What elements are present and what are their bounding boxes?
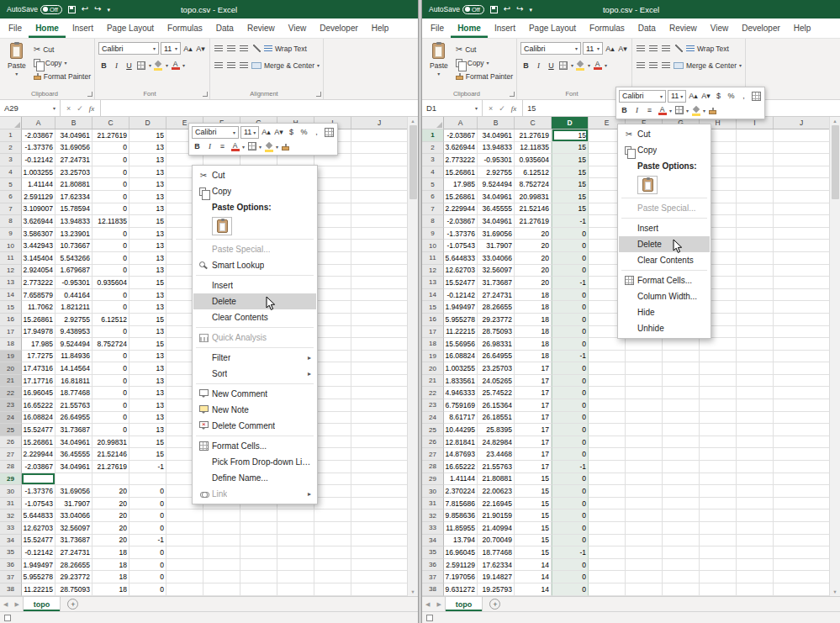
row-header-1[interactable]: 1 bbox=[422, 129, 444, 142]
row-header-17[interactable]: 17 bbox=[0, 326, 22, 339]
mini-accounting-button[interactable]: $ bbox=[713, 90, 724, 103]
align-top-button[interactable] bbox=[214, 42, 225, 55]
cell-B7[interactable]: 36.45555 bbox=[478, 203, 515, 216]
cell-C33[interactable]: 20 bbox=[92, 522, 129, 535]
cell-F33[interactable] bbox=[626, 522, 663, 535]
row-header-37[interactable]: 37 bbox=[0, 571, 22, 583]
cell-J20[interactable] bbox=[351, 362, 407, 375]
row-header-24[interactable]: 24 bbox=[422, 412, 444, 425]
cell-J3[interactable] bbox=[774, 154, 829, 166]
cell-B24[interactable]: 26.64955 bbox=[55, 412, 92, 425]
cell-F29[interactable] bbox=[626, 473, 663, 486]
cell-E34[interactable] bbox=[589, 535, 626, 547]
cell-E18[interactable] bbox=[589, 338, 626, 351]
cell-D33[interactable]: 0 bbox=[129, 522, 166, 535]
cell-J11[interactable] bbox=[351, 252, 407, 265]
cell-A19[interactable]: 16.08824 bbox=[444, 351, 478, 363]
cell-D7[interactable]: 15 bbox=[552, 203, 589, 216]
cell-D28[interactable]: -1 bbox=[129, 461, 166, 473]
cell-A8[interactable]: -2.03867 bbox=[444, 215, 478, 228]
cell-A1[interactable]: -2.03867 bbox=[444, 129, 478, 142]
context-menu-item-column-width[interactable]: Column Width... bbox=[619, 288, 710, 304]
cell-B20[interactable]: 23.25703 bbox=[478, 362, 515, 375]
cell-B25[interactable]: 25.8395 bbox=[478, 424, 515, 436]
cell-A4[interactable]: 1.003255 bbox=[22, 166, 55, 179]
context-menu-item-clear-contents[interactable]: Clear Contents bbox=[193, 309, 316, 325]
cell-C2[interactable]: 12.11835 bbox=[515, 142, 552, 155]
cell-B37[interactable]: 29.23772 bbox=[55, 571, 92, 583]
cell-D36[interactable]: 0 bbox=[129, 559, 166, 572]
cell-H26[interactable] bbox=[700, 436, 737, 449]
cell-C34[interactable]: 20 bbox=[92, 535, 129, 547]
cell-J7[interactable] bbox=[351, 203, 407, 216]
cell-I25[interactable] bbox=[314, 424, 351, 436]
cell-I11[interactable] bbox=[314, 252, 351, 265]
row-header-26[interactable]: 26 bbox=[422, 436, 444, 449]
cell-B27[interactable]: 23.4468 bbox=[478, 448, 515, 461]
orientation-button[interactable] bbox=[251, 42, 262, 55]
row-header-2[interactable]: 2 bbox=[0, 142, 22, 155]
cell-C8[interactable]: 12.11835 bbox=[92, 215, 129, 228]
cell-D1[interactable]: 15 bbox=[552, 129, 589, 142]
cell-D12[interactable]: 13 bbox=[129, 265, 166, 277]
cell-C14[interactable]: 0 bbox=[92, 289, 129, 302]
cell-A10[interactable]: -1.07543 bbox=[444, 240, 478, 252]
cell-A5[interactable]: 17.985 bbox=[444, 178, 478, 191]
row-header-1[interactable]: 1 bbox=[0, 129, 22, 142]
cell-D31[interactable]: 0 bbox=[129, 498, 166, 510]
insert-function-icon[interactable]: fx bbox=[511, 104, 517, 113]
cell-C9[interactable]: 20 bbox=[515, 228, 552, 240]
cell-G22[interactable] bbox=[663, 387, 700, 399]
cell-B3[interactable]: 27.24731 bbox=[55, 154, 92, 166]
cell-D24[interactable]: 13 bbox=[129, 412, 166, 425]
cell-D14[interactable]: 13 bbox=[129, 289, 166, 302]
font-size-select[interactable]: 11▾ bbox=[583, 42, 603, 55]
row-header-6[interactable]: 6 bbox=[0, 191, 22, 203]
cell-J31[interactable] bbox=[351, 498, 407, 510]
column-header-d[interactable]: D bbox=[552, 117, 589, 129]
align-center-button[interactable] bbox=[226, 59, 237, 71]
cell-C23[interactable]: 0 bbox=[92, 399, 129, 412]
cell-D18[interactable]: 0 bbox=[552, 338, 589, 351]
row-header-14[interactable]: 14 bbox=[0, 289, 22, 302]
cell-A34[interactable]: 13.794 bbox=[444, 535, 478, 547]
cell-C17[interactable]: 0 bbox=[92, 326, 129, 339]
select-all-button[interactable] bbox=[0, 117, 22, 129]
vertical-scrollbar[interactable]: ▲ ▼ bbox=[407, 117, 418, 596]
borders-button[interactable] bbox=[558, 59, 569, 71]
cell-G25[interactable] bbox=[663, 424, 700, 436]
cell-B38[interactable]: 19.25793 bbox=[478, 583, 515, 596]
cell-C27[interactable]: 17 bbox=[515, 448, 552, 461]
bold-button[interactable]: B bbox=[98, 59, 109, 71]
cell-J19[interactable] bbox=[351, 351, 407, 363]
cell-J27[interactable] bbox=[774, 448, 829, 461]
cell-A28[interactable]: 16.65222 bbox=[444, 461, 478, 473]
cell-A11[interactable]: 5.644833 bbox=[444, 252, 478, 265]
cell-C12[interactable]: 0 bbox=[92, 265, 129, 277]
cell-J24[interactable] bbox=[351, 412, 407, 425]
cell-J11[interactable] bbox=[774, 252, 829, 265]
cell-A11[interactable]: 3.145404 bbox=[22, 252, 55, 265]
cell-H19[interactable] bbox=[700, 351, 737, 363]
formula-bar[interactable] bbox=[101, 100, 418, 116]
cell-J5[interactable] bbox=[774, 178, 829, 191]
cell-J8[interactable] bbox=[351, 215, 407, 228]
row-header-34[interactable]: 34 bbox=[422, 535, 444, 547]
cell-B1[interactable]: 34.04961 bbox=[478, 129, 515, 142]
cell-A7[interactable]: 2.229944 bbox=[444, 203, 478, 216]
cell-E37[interactable] bbox=[589, 571, 626, 583]
cell-J25[interactable] bbox=[774, 424, 829, 436]
cell-B11[interactable]: 33.04066 bbox=[478, 252, 515, 265]
cell-H29[interactable] bbox=[700, 473, 737, 486]
cell-J1[interactable] bbox=[351, 129, 407, 142]
cell-D18[interactable]: 15 bbox=[129, 338, 166, 351]
cell-C30[interactable]: 15 bbox=[515, 485, 552, 498]
cell-B5[interactable]: 9.524494 bbox=[478, 178, 515, 191]
cell-J26[interactable] bbox=[351, 436, 407, 449]
cell-D20[interactable]: 0 bbox=[552, 362, 589, 375]
row-header-37[interactable]: 37 bbox=[422, 571, 444, 583]
context-menu-item-copy[interactable]: Copy bbox=[619, 142, 710, 158]
cell-E36[interactable] bbox=[589, 559, 626, 572]
cell-H37[interactable] bbox=[700, 571, 737, 583]
align-left-button[interactable] bbox=[214, 59, 225, 71]
